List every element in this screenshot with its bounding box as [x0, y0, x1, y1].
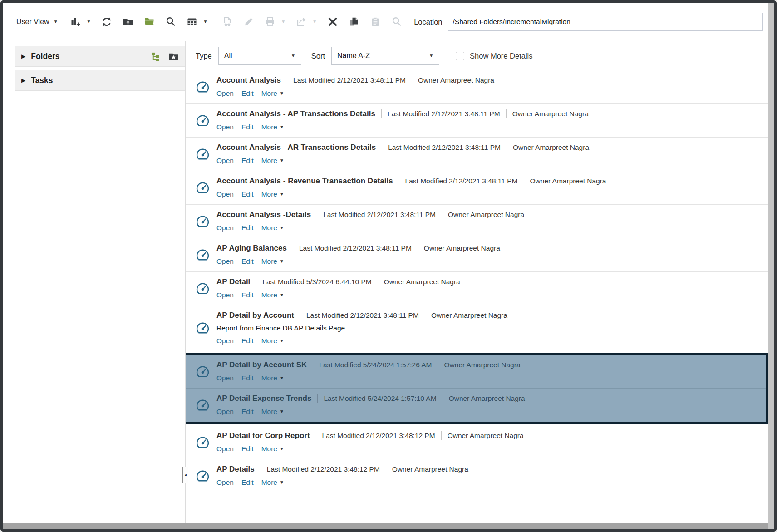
- item-owner: Owner Amarpreet Nagra: [392, 465, 468, 473]
- catalog-item-row[interactable]: Account Analysis Last Modified 2/12/2021…: [186, 70, 768, 104]
- more-label: More: [261, 374, 277, 382]
- favorites-folder-icon[interactable]: [168, 51, 179, 62]
- catalog-item-row[interactable]: Account Analysis -Details Last Modified …: [186, 205, 768, 238]
- edit-link[interactable]: Edit: [241, 257, 254, 266]
- edit-link[interactable]: Edit: [241, 157, 254, 165]
- show-more-details-label: Show More Details: [470, 52, 532, 60]
- upload-folder-button[interactable]: [122, 16, 133, 28]
- tree-view-icon[interactable]: [150, 51, 162, 62]
- meta-divider: [425, 310, 425, 320]
- catalog-item-row-selected[interactable]: AP Detail by Account SK Last Modified 5/…: [186, 355, 766, 389]
- delete-button[interactable]: [327, 16, 338, 28]
- sort-select[interactable]: Name A-Z ▼: [331, 47, 439, 65]
- item-modified: Last Modified 2/12/2021 3:48:11 PM: [306, 311, 419, 320]
- more-link[interactable]: More▼: [261, 291, 284, 299]
- chevron-down-icon: ▼: [280, 192, 284, 197]
- catalog-item-row[interactable]: Account Analysis - AR Transactions Detai…: [186, 138, 768, 171]
- more-label: More: [261, 190, 277, 198]
- edit-link[interactable]: Edit: [241, 445, 254, 453]
- open-link[interactable]: Open: [216, 190, 234, 198]
- more-label: More: [261, 257, 277, 266]
- location-bar: Location: [414, 13, 763, 31]
- chevron-down-icon[interactable]: ▼: [203, 20, 207, 24]
- catalog-item-row-selected[interactable]: AP Detail Expense Trends Last Modified 5…: [186, 389, 766, 422]
- more-link[interactable]: More▼: [261, 337, 284, 345]
- open-link[interactable]: Open: [216, 337, 234, 345]
- show-more-details-checkbox[interactable]: [456, 52, 464, 60]
- tasks-panel-header[interactable]: ▶ Tasks: [15, 70, 185, 91]
- item-modified: Last Modified 5/24/2024 1:57:26 AM: [319, 361, 432, 369]
- open-link[interactable]: Open: [216, 445, 234, 453]
- tasks-panel-label: Tasks: [31, 76, 53, 85]
- location-input[interactable]: [448, 13, 763, 31]
- item-title: Account Analysis - AP Transactions Detai…: [216, 109, 375, 118]
- chevron-down-icon: ▼: [280, 158, 284, 163]
- open-link[interactable]: Open: [216, 478, 234, 487]
- open-link[interactable]: Open: [216, 123, 234, 131]
- search-icon[interactable]: [165, 16, 176, 28]
- item-modified: Last Modified 2/12/2021 3:48:11 PM: [405, 177, 518, 185]
- more-link[interactable]: More▼: [261, 190, 284, 198]
- copy-folder-button[interactable]: [143, 16, 155, 28]
- catalog-item-row[interactable]: AP Details Last Modified 2/12/2021 3:48:…: [186, 459, 768, 493]
- edit-link[interactable]: Edit: [241, 374, 254, 382]
- new-object-button[interactable]: [70, 16, 81, 28]
- more-link[interactable]: More▼: [261, 157, 284, 165]
- meta-divider: [317, 210, 317, 219]
- catalog-item-row[interactable]: AP Aging Balances Last Modified 2/12/202…: [186, 238, 768, 272]
- chevron-down-icon[interactable]: ▼: [87, 20, 91, 24]
- catalog-item-row[interactable]: Account Analysis - AP Transactions Detai…: [186, 104, 768, 138]
- edit-link[interactable]: Edit: [241, 408, 254, 416]
- edit-link[interactable]: Edit: [241, 190, 254, 198]
- more-link[interactable]: More▼: [261, 257, 284, 266]
- more-link[interactable]: More▼: [261, 224, 284, 232]
- analysis-gauge-icon: [196, 181, 210, 195]
- edit-link[interactable]: Edit: [241, 337, 254, 345]
- open-link[interactable]: Open: [216, 89, 234, 98]
- more-link[interactable]: More▼: [261, 123, 284, 131]
- open-link[interactable]: Open: [216, 291, 234, 299]
- more-link[interactable]: More▼: [261, 478, 284, 487]
- splitter-collapse-handle[interactable]: ◂: [182, 467, 188, 483]
- open-link[interactable]: Open: [216, 157, 234, 165]
- expand-arrow-icon[interactable]: ▶: [21, 78, 25, 83]
- open-link[interactable]: Open: [216, 374, 234, 382]
- edit-link[interactable]: Edit: [241, 224, 254, 232]
- catalog-item-row[interactable]: AP Detail for Corp Report Last Modified …: [186, 426, 768, 459]
- edit-link[interactable]: Edit: [241, 478, 254, 487]
- toolbar-divider: [212, 13, 212, 30]
- chevron-down-icon: ▼: [280, 375, 284, 380]
- type-select-value: All: [224, 52, 232, 60]
- catalog-item-row[interactable]: AP Detail by Account Last Modified 2/12/…: [186, 305, 768, 351]
- catalog-item-row[interactable]: AP Detail Last Modified 5/3/2024 6:44:10…: [186, 272, 768, 305]
- more-link[interactable]: More▼: [261, 408, 284, 416]
- edit-link[interactable]: Edit: [241, 123, 254, 131]
- item-title: AP Detail by Account SK: [216, 360, 307, 369]
- list-view-button[interactable]: [186, 16, 197, 28]
- edit-link[interactable]: Edit: [241, 89, 254, 98]
- more-link[interactable]: More▼: [261, 445, 284, 453]
- folders-panel-header[interactable]: ▶ Folders: [15, 46, 185, 67]
- more-link[interactable]: More▼: [261, 374, 284, 382]
- meta-divider: [412, 75, 412, 85]
- open-link[interactable]: Open: [216, 257, 234, 266]
- type-select[interactable]: All ▼: [218, 47, 301, 65]
- expand-arrow-icon[interactable]: ▶: [21, 54, 25, 59]
- open-link[interactable]: Open: [216, 224, 234, 232]
- location-label: Location: [414, 18, 442, 26]
- more-label: More: [261, 157, 277, 165]
- open-link[interactable]: Open: [216, 408, 234, 416]
- more-link[interactable]: More▼: [261, 89, 284, 98]
- horizontal-scrollbar[interactable]: [3, 523, 768, 529]
- open-button: [221, 16, 233, 28]
- analysis-gauge-icon: [196, 214, 210, 228]
- item-owner: Owner Amarpreet Nagra: [513, 143, 589, 152]
- meta-divider: [256, 277, 256, 286]
- edit-link[interactable]: Edit: [241, 291, 254, 299]
- copy-button[interactable]: [348, 16, 359, 28]
- user-view-menu[interactable]: User View ▼: [16, 18, 58, 26]
- vertical-scrollbar[interactable]: [768, 3, 774, 529]
- analysis-gauge-icon: [196, 248, 210, 262]
- refresh-button[interactable]: [101, 16, 112, 28]
- catalog-item-row[interactable]: Account Analysis - Revenue Transaction D…: [186, 171, 768, 205]
